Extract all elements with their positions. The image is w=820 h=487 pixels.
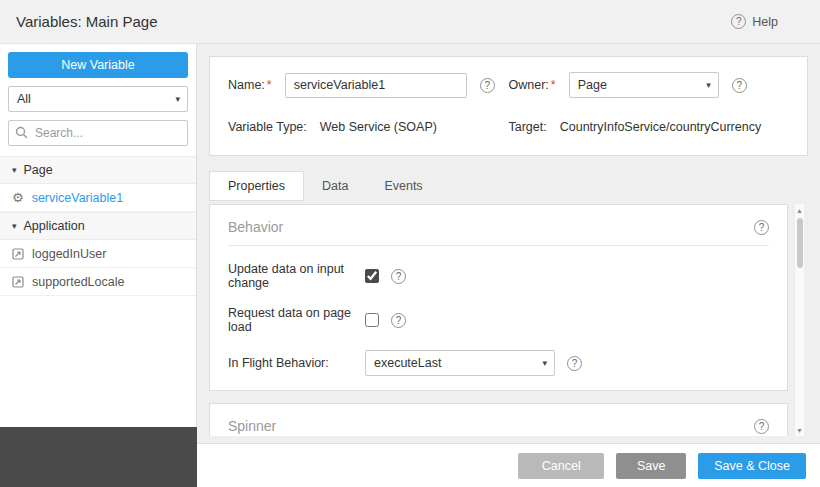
request-data-checkbox[interactable] xyxy=(365,313,379,327)
detail-tabs: Properties Data Events xyxy=(209,171,441,201)
save-button[interactable]: Save xyxy=(616,453,686,479)
session-variable-icon xyxy=(12,276,24,288)
inflight-behavior-value: executeLast xyxy=(374,356,441,370)
tree-item-label: loggedInUser xyxy=(32,247,106,261)
help-link[interactable]: ? Help xyxy=(731,14,778,29)
backdrop-panel xyxy=(0,427,197,487)
name-help-icon[interactable]: ? xyxy=(480,78,495,93)
variable-type-value: Web Service (SOAP) xyxy=(320,120,437,134)
search-input[interactable] xyxy=(8,120,188,146)
variable-filter-select[interactable]: All ▾ xyxy=(8,86,188,112)
owner-value: Page xyxy=(578,78,607,92)
target-label: Target: xyxy=(509,120,547,134)
session-variable-icon xyxy=(12,248,24,260)
scroll-up-icon[interactable]: ▲ xyxy=(795,204,804,216)
tab-properties[interactable]: Properties xyxy=(209,171,304,201)
tree-item-label: serviceVariable1 xyxy=(32,191,123,205)
spinner-help-icon[interactable]: ? xyxy=(754,419,769,434)
spinner-panel: Spinner ? xyxy=(209,403,788,436)
tree-group-label: Application xyxy=(24,219,85,233)
behavior-help-icon[interactable]: ? xyxy=(754,220,769,235)
inflight-behavior-select[interactable]: executeLast ▾ xyxy=(365,350,555,376)
web-service-variable-icon: ⚙ xyxy=(12,191,24,204)
dialog-footer: Cancel Save Save & Close xyxy=(197,443,820,487)
cancel-button[interactable]: Cancel xyxy=(518,453,604,479)
tree-item-servicevariable1[interactable]: ⚙ serviceVariable1 xyxy=(0,184,196,212)
tab-data[interactable]: Data xyxy=(304,171,366,201)
chevron-down-icon: ▾ xyxy=(175,94,180,104)
caret-down-icon: ▾ xyxy=(12,165,17,175)
update-data-help-icon[interactable]: ? xyxy=(391,269,406,284)
inflight-behavior-label: In Flight Behavior: xyxy=(228,356,365,370)
request-data-help-icon[interactable]: ? xyxy=(391,313,406,328)
content-scrollbar[interactable]: ▲ ▼ xyxy=(794,204,804,436)
tree-item-supportedlocale[interactable]: supportedLocale xyxy=(0,268,196,296)
variable-detail-pane: Name:* ? Owner:* Page ▾ ? Variable Type:… xyxy=(197,44,820,443)
help-label: Help xyxy=(752,15,778,29)
tree-group-application[interactable]: ▾ Application xyxy=(0,212,196,240)
variables-sidebar: New Variable All ▾ ▾ Page ⚙ serviceVaria… xyxy=(0,44,197,427)
target-value: CountryInfoService/countryCurrency xyxy=(560,120,761,134)
new-variable-button[interactable]: New Variable xyxy=(8,52,188,78)
update-data-checkbox[interactable] xyxy=(365,269,379,283)
search-icon xyxy=(15,126,28,139)
spinner-section-title: Spinner xyxy=(228,418,276,434)
scrollbar-thumb[interactable] xyxy=(797,218,803,268)
variable-summary-card: Name:* ? Owner:* Page ▾ ? Variable Type:… xyxy=(209,56,808,156)
tree-group-label: Page xyxy=(24,163,53,177)
properties-tab-content: Behavior ? Update data on input change ?… xyxy=(209,204,788,436)
inflight-help-icon[interactable]: ? xyxy=(567,356,582,371)
tree-group-page[interactable]: ▾ Page xyxy=(0,156,196,184)
tree-item-loggedinuser[interactable]: loggedInUser xyxy=(0,240,196,268)
help-icon[interactable]: ? xyxy=(731,14,746,29)
search-box xyxy=(8,120,188,146)
page-title: Variables: Main Page xyxy=(16,13,157,30)
tree-item-label: supportedLocale xyxy=(32,275,124,289)
update-data-label: Update data on input change xyxy=(228,262,365,290)
chevron-down-icon: ▾ xyxy=(542,358,547,368)
scroll-down-icon[interactable]: ▼ xyxy=(795,424,804,436)
owner-label: Owner:* xyxy=(509,78,556,92)
behavior-panel: Behavior ? Update data on input change ?… xyxy=(209,204,788,391)
caret-down-icon: ▾ xyxy=(12,221,17,231)
tab-events[interactable]: Events xyxy=(366,171,440,201)
owner-help-icon[interactable]: ? xyxy=(732,78,747,93)
name-label: Name:* xyxy=(228,78,272,92)
variables-tree: ▾ Page ⚙ serviceVariable1 ▾ Application … xyxy=(0,156,196,296)
behavior-section-title: Behavior xyxy=(228,219,283,235)
request-data-label: Request data on page load xyxy=(228,306,365,334)
owner-select[interactable]: Page ▾ xyxy=(569,72,719,98)
dialog-header: Variables: Main Page ? Help xyxy=(0,0,820,44)
chevron-down-icon: ▾ xyxy=(706,80,711,90)
required-asterisk: * xyxy=(267,78,272,92)
variable-filter-value: All xyxy=(17,92,31,106)
required-asterisk: * xyxy=(551,78,556,92)
save-and-close-button[interactable]: Save & Close xyxy=(698,453,806,479)
name-input[interactable] xyxy=(285,73,467,98)
variable-type-label: Variable Type: xyxy=(228,120,307,134)
